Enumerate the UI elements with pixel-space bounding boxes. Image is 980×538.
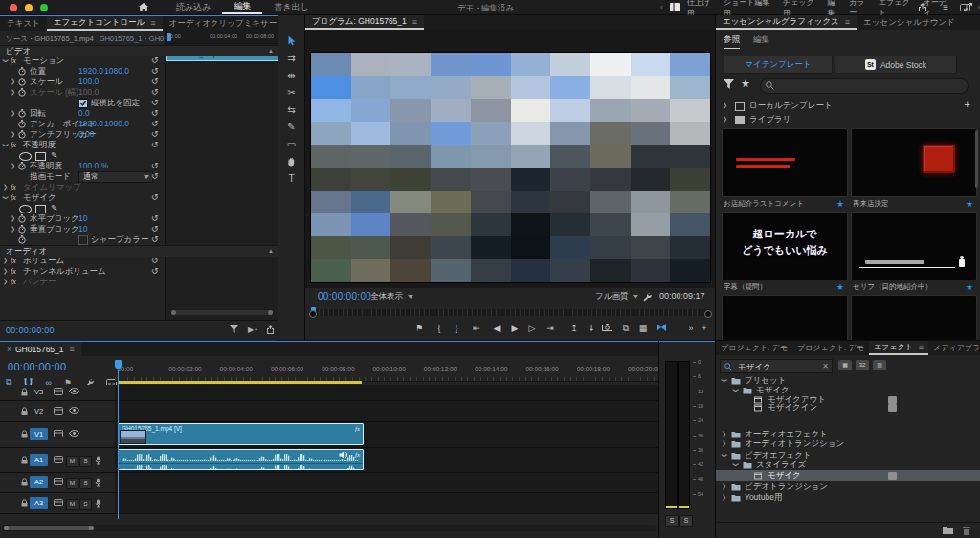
timeline-playhead[interactable] (118, 360, 119, 519)
rectangle-tool[interactable]: ▭ (278, 136, 304, 152)
pen-mask-icon[interactable]: ✎ (51, 203, 57, 213)
lift-button[interactable]: ↥ (568, 324, 581, 333)
track-lane-A1[interactable]: fx (115, 448, 658, 472)
lock-icon[interactable] (20, 499, 29, 508)
home-icon[interactable] (139, 3, 148, 11)
reset-parameter-icon[interactable]: ↺ (151, 266, 159, 277)
button-editor-flyout[interactable]: » (684, 324, 698, 333)
twirl-icon[interactable]: ❯ (719, 378, 729, 383)
twirl-icon[interactable]: ❯ (723, 113, 727, 125)
playback-quality-select[interactable]: フル画質 (595, 291, 638, 303)
effects-tree-item-モザイクイン[interactable]: モザイクイン (716, 402, 980, 413)
effects-filter-badge[interactable]: ▥ (873, 360, 886, 370)
collapse-icon[interactable]: ▲ (268, 246, 274, 257)
fx-icon[interactable]: fx (11, 140, 16, 150)
type-tool[interactable]: T (278, 170, 304, 187)
star-filter-icon[interactable]: ★ (741, 78, 750, 90)
subtab-browse[interactable]: 参照 (724, 34, 740, 49)
effects-filter-badge[interactable]: ▦ (838, 360, 852, 370)
effects-tree-item-スタイライズ[interactable]: ❯スタイライズ (716, 460, 980, 470)
zoom-level-select[interactable]: 全体表示 (370, 291, 413, 303)
tree-item-ローカルテンプレート[interactable]: ❯ローカルテンプレート+ (716, 100, 980, 112)
tab-effects[interactable]: エフェクト≡ (869, 341, 928, 355)
twirl-icon[interactable]: ❯ (3, 256, 8, 266)
collapse-icon[interactable]: ▲ (268, 46, 274, 56)
minimize-window-button[interactable] (25, 4, 33, 11)
twirl-icon[interactable]: ❯ (722, 438, 726, 449)
ellipse-mask-icon[interactable] (19, 152, 32, 161)
tab-effect-controls[interactable]: エフェクトコントロール≡ (47, 16, 163, 31)
go-to-out-button[interactable]: ⇥ (544, 324, 557, 333)
tab-panel-1[interactable]: プロジェクト: デモ (792, 341, 869, 355)
template-card[interactable]: セリフ（目的地紹介中）★ (851, 212, 975, 293)
voiceover-mic-icon[interactable] (95, 478, 101, 487)
track-target-A1[interactable]: A1 (30, 454, 48, 466)
zoom-handle-left[interactable] (309, 310, 317, 318)
property-value[interactable]: 100.0 (78, 87, 99, 98)
reset-parameter-icon[interactable]: ↺ (151, 192, 159, 203)
twirl-icon[interactable]: ❯ (0, 195, 11, 200)
close-icon[interactable]: × (7, 345, 11, 354)
twirl-icon[interactable]: ❯ (11, 224, 15, 235)
toggle-track-output-icon[interactable] (69, 388, 79, 394)
twirl-icon[interactable]: ❯ (730, 388, 741, 392)
twirl-icon[interactable]: ❯ (0, 143, 11, 147)
scrubber-track[interactable] (309, 309, 711, 316)
voiceover-mic-icon[interactable] (95, 499, 101, 508)
template-card[interactable] (851, 295, 975, 340)
timeline-ruler[interactable]: 00:0000:00:02:0000:00:04:0000:00:06:0000… (115, 360, 658, 382)
twirl-icon[interactable]: ❯ (0, 58, 11, 63)
mute-track-button[interactable]: M (66, 456, 78, 467)
selection-tool[interactable] (278, 33, 304, 49)
panel-menu-icon[interactable]: ≡ (412, 17, 417, 27)
track-lane-V2[interactable] (115, 401, 658, 421)
property-value[interactable]: 1920.0 (78, 66, 103, 77)
source-patch-icon[interactable] (54, 499, 63, 506)
stopwatch-icon[interactable] (18, 67, 26, 76)
filter-icon[interactable] (724, 79, 734, 90)
step-back-button[interactable]: ◀ (490, 324, 503, 333)
template-card[interactable]: 再来店決定★ (851, 128, 975, 210)
menu-tab-編集[interactable]: 編集 (222, 0, 262, 14)
template-search-input[interactable] (760, 78, 969, 94)
source-patch-icon[interactable] (54, 478, 63, 485)
sequence-clip-label[interactable]: GH015765_1・GH015765_1_... (100, 34, 170, 43)
effects-search-input[interactable]: モザイク ✕ (720, 359, 833, 373)
fx-icon[interactable]: fx (11, 182, 16, 192)
fx-icon[interactable]: fx (11, 56, 16, 66)
track-lane-V1[interactable]: GH015765_1.mp4 [V]fx (115, 422, 658, 447)
effects-tree-item-ビデオトランジション[interactable]: ❯ビデオトランジション (716, 482, 980, 492)
reset-parameter-icon[interactable]: ↺ (151, 140, 159, 150)
twirl-icon[interactable]: ❯ (11, 77, 15, 87)
reset-parameter-icon[interactable]: ↺ (151, 224, 159, 235)
favorite-star-icon[interactable]: ★ (966, 199, 973, 209)
source-patch-icon[interactable] (54, 388, 63, 395)
source-patch-icon[interactable] (54, 456, 63, 463)
fullscreen-icon[interactable] (964, 3, 972, 11)
checkbox[interactable] (78, 235, 88, 245)
effects-tree-item-オーディオトランジション[interactable]: ❯オーディオトランジション (716, 438, 980, 449)
solo-track-button[interactable]: S (79, 478, 92, 489)
mute-track-button[interactable]: M (66, 499, 78, 510)
effect-name[interactable]: モーション (23, 56, 64, 66)
pen-mask-icon[interactable]: ✎ (51, 150, 57, 161)
track-target-A3[interactable]: A3 (30, 497, 48, 509)
effects-filter-badge[interactable]: 32 (856, 360, 869, 370)
fx-icon[interactable]: fx (11, 256, 16, 266)
reset-parameter-icon[interactable]: ↺ (151, 77, 159, 87)
workspaces-icon[interactable] (670, 3, 680, 11)
menu-tab-書き出し[interactable]: 書き出し (262, 0, 320, 14)
effect-name[interactable]: タイムリマップ (23, 182, 81, 192)
new-item-icon[interactable]: + (965, 99, 970, 111)
play-button[interactable]: ▶ (508, 324, 522, 333)
extract-button[interactable]: ↧ (585, 324, 598, 333)
reset-parameter-icon[interactable]: ↺ (151, 87, 159, 98)
twirl-icon[interactable]: ❯ (3, 266, 8, 277)
property-value[interactable]: 100.0 (78, 77, 99, 87)
favorite-star-icon[interactable]: ★ (836, 282, 844, 292)
lock-icon[interactable] (20, 407, 29, 416)
tab-panel-0[interactable]: プロジェクト: デモ (716, 341, 792, 355)
template-thumbnail[interactable] (851, 295, 977, 340)
solo-track-button[interactable]: S (79, 456, 92, 467)
tab-text[interactable]: テキスト (0, 16, 47, 31)
